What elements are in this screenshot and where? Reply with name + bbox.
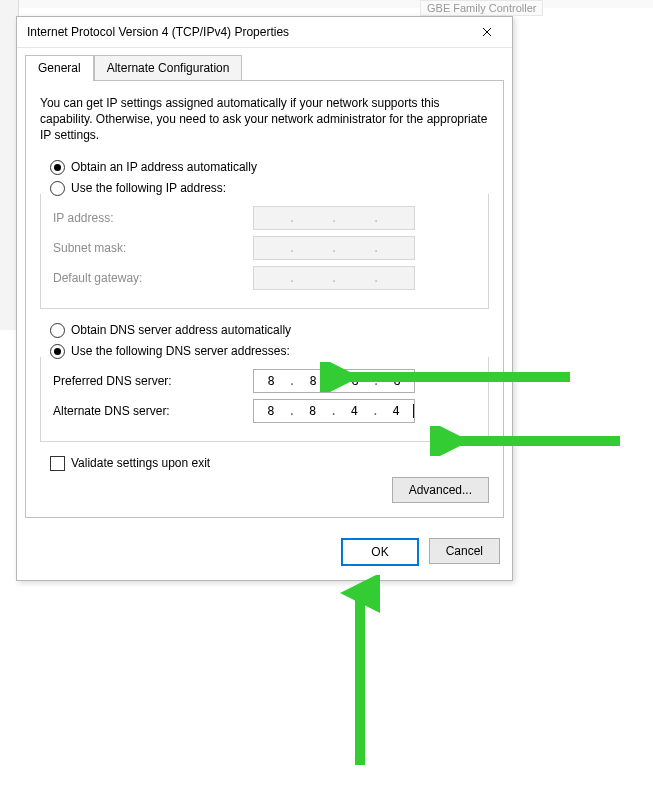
ip-octet[interactable]: 8 [296, 374, 330, 388]
checkbox-icon [50, 456, 65, 471]
radio-icon [50, 181, 65, 196]
subnet-mask-label: Subnet mask: [53, 241, 253, 255]
close-icon [482, 27, 492, 37]
row-ip-address: IP address: . . . [53, 206, 476, 230]
advanced-button[interactable]: Advanced... [392, 477, 489, 503]
cancel-button[interactable]: Cancel [429, 538, 500, 564]
ip-octet[interactable]: 8 [296, 404, 330, 418]
intro-text: You can get IP settings assigned automat… [40, 95, 489, 144]
background-device-label: GBE Family Controller [420, 0, 543, 16]
preferred-dns-input[interactable]: 8. 8. 8. 8 [253, 369, 415, 393]
dns-manual-group: Preferred DNS server: 8. 8. 8. 8 Alterna… [40, 357, 489, 442]
background-window-top [0, 0, 653, 8]
radio-icon [50, 323, 65, 338]
tab-alternate-configuration[interactable]: Alternate Configuration [94, 55, 243, 81]
radio-dns-auto-label: Obtain DNS server address automatically [71, 323, 291, 337]
subnet-mask-input: . . . [253, 236, 415, 260]
ip-address-label: IP address: [53, 211, 253, 225]
radio-ip-manual-label: Use the following IP address: [71, 181, 226, 195]
preferred-dns-label: Preferred DNS server: [53, 374, 253, 388]
tab-panel-general: You can get IP settings assigned automat… [25, 80, 504, 518]
titlebar: Internet Protocol Version 4 (TCP/IPv4) P… [17, 17, 512, 48]
ip-octet[interactable]: 8 [254, 404, 288, 418]
dialog-footer: OK Cancel [17, 526, 512, 580]
radio-icon [50, 344, 65, 359]
row-subnet-mask: Subnet mask: . . . [53, 236, 476, 260]
ip-octet[interactable]: 8 [380, 374, 414, 388]
row-preferred-dns: Preferred DNS server: 8. 8. 8. 8 [53, 369, 476, 393]
radio-dns-auto[interactable]: Obtain DNS server address automatically [50, 323, 489, 338]
row-alternate-dns: Alternate DNS server: 8. 8. 4. 4 [53, 399, 476, 423]
row-default-gateway: Default gateway: . . . [53, 266, 476, 290]
alternate-dns-label: Alternate DNS server: [53, 404, 253, 418]
ok-button[interactable]: OK [341, 538, 418, 566]
ip-octet[interactable]: 8 [338, 374, 372, 388]
window-title: Internet Protocol Version 4 (TCP/IPv4) P… [27, 25, 289, 39]
validate-settings-label: Validate settings upon exit [71, 456, 210, 470]
ipv4-properties-dialog: Internet Protocol Version 4 (TCP/IPv4) P… [16, 16, 513, 581]
annotation-arrow-ok-button [340, 575, 380, 775]
ip-manual-group: IP address: . . . Subnet mask: . . . [40, 194, 489, 309]
tab-general[interactable]: General [25, 55, 94, 81]
ip-octet[interactable]: 8 [254, 374, 288, 388]
default-gateway-label: Default gateway: [53, 271, 253, 285]
ip-address-input: . . . [253, 206, 415, 230]
radio-icon [50, 160, 65, 175]
close-button[interactable] [470, 21, 504, 43]
validate-settings-checkbox[interactable]: Validate settings upon exit [50, 456, 489, 471]
radio-ip-auto-label: Obtain an IP address automatically [71, 160, 257, 174]
default-gateway-input: . . . [253, 266, 415, 290]
ip-octet[interactable]: 4 [379, 404, 414, 418]
tab-strip: General Alternate Configuration [17, 48, 512, 80]
ip-octet[interactable]: 4 [338, 404, 372, 418]
alternate-dns-input[interactable]: 8. 8. 4. 4 [253, 399, 415, 423]
radio-ip-auto[interactable]: Obtain an IP address automatically [50, 160, 489, 175]
radio-dns-manual-label: Use the following DNS server addresses: [71, 344, 290, 358]
